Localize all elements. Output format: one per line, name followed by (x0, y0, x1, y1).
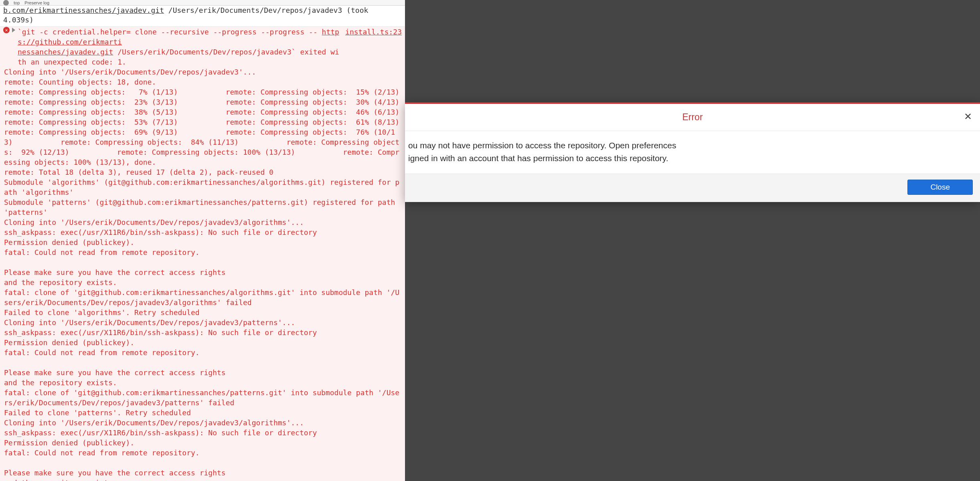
modal-body-line1: ou may not have permission to access the… (405, 139, 980, 152)
error-command-text: `git -c credential.helper= clone --recur… (18, 27, 340, 67)
previous-cmd-url[interactable]: b.com/erikmartinessanches/javadev.git (3, 6, 164, 14)
disclosure-triangle-icon[interactable] (12, 28, 15, 32)
console-error-entry: ✕ `git -c credential.helper= clone --rec… (0, 27, 405, 481)
previous-console-entry[interactable]: b.com/erikmartinessanches/javadev.git /U… (0, 6, 405, 27)
modal-header: Error ✕ (405, 104, 980, 131)
modal-body: ou may not have permission to access the… (405, 131, 980, 174)
console-toolbar: top Preserve log (0, 0, 405, 6)
close-button[interactable]: Close (907, 180, 973, 195)
error-modal: Error ✕ ou may not have permission to ac… (405, 102, 980, 202)
toolbar-preserve-log[interactable]: Preserve log (24, 0, 49, 5)
modal-title: Error (682, 112, 703, 123)
console-settings-icon[interactable] (3, 0, 9, 6)
devtools-console-panel: top Preserve log b.com/erikmartinessanch… (0, 0, 405, 481)
error-icon: ✕ (3, 27, 10, 33)
modal-footer: Close (405, 174, 980, 202)
console-error-header[interactable]: ✕ `git -c credential.helper= clone --rec… (3, 27, 402, 67)
error-source-link[interactable]: install.ts:23 (340, 27, 402, 37)
toolbar-context[interactable]: top (14, 0, 20, 5)
modal-body-line2: igned in with an account that has permis… (405, 152, 980, 165)
close-icon[interactable]: ✕ (964, 111, 972, 122)
dimmed-background (405, 0, 980, 481)
git-output-text: Cloning into '/Users/erik/Documents/Dev/… (3, 67, 402, 481)
